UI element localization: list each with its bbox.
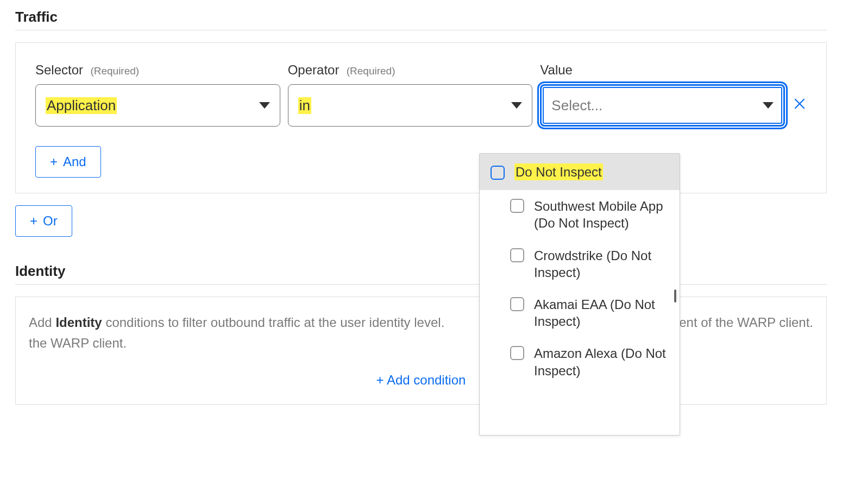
option-label: Crowdstrike (Do Not Inspect) bbox=[534, 247, 669, 281]
dropdown-option[interactable]: Do Not Inspect bbox=[480, 154, 680, 190]
checkbox[interactable] bbox=[510, 199, 524, 213]
identity-description: Add Identity conditions to filter outbou… bbox=[29, 312, 813, 354]
dropdown-option[interactable]: Southwest Mobile App (Do Not Inspect) bbox=[480, 190, 680, 239]
checkbox[interactable] bbox=[510, 297, 524, 311]
selector-value: Application bbox=[46, 97, 117, 114]
option-label: Amazon Alexa (Do Not Inspect) bbox=[534, 345, 669, 379]
traffic-divider bbox=[15, 30, 827, 30]
value-select[interactable]: Select... bbox=[540, 84, 785, 127]
plus-icon: + bbox=[30, 213, 37, 229]
value-label: Value bbox=[540, 62, 785, 78]
checkbox[interactable] bbox=[510, 248, 524, 262]
traffic-panel: Selector (Required) Application Operator… bbox=[15, 42, 827, 193]
operator-label: Operator (Required) bbox=[288, 62, 533, 78]
value-placeholder: Select... bbox=[551, 97, 602, 114]
dropdown-option[interactable]: Akamai EAA (Do Not Inspect) bbox=[480, 288, 680, 337]
checkbox[interactable] bbox=[510, 346, 524, 360]
checkbox[interactable] bbox=[491, 166, 505, 180]
scrollbar[interactable] bbox=[674, 289, 676, 303]
add-and-button[interactable]: + And bbox=[35, 146, 101, 178]
plus-icon: + bbox=[50, 154, 58, 169]
operator-select[interactable]: in bbox=[288, 84, 533, 127]
value-dropdown[interactable]: Do Not Inspect Southwest Mobile App (Do … bbox=[479, 153, 680, 405]
identity-divider bbox=[15, 284, 827, 285]
identity-title: Identity bbox=[15, 263, 827, 280]
chevron-down-icon bbox=[763, 102, 774, 109]
dropdown-option[interactable]: Amazon Alexa (Do Not Inspect) bbox=[480, 337, 680, 386]
traffic-title: Traffic bbox=[15, 9, 827, 26]
identity-panel: Add Identity conditions to filter outbou… bbox=[15, 297, 827, 405]
selector-select[interactable]: Application bbox=[35, 84, 280, 127]
chevron-down-icon bbox=[259, 102, 270, 109]
chevron-down-icon bbox=[511, 102, 522, 109]
dropdown-option[interactable]: Crowdstrike (Do Not Inspect) bbox=[480, 240, 680, 288]
remove-condition-button[interactable] bbox=[793, 97, 807, 127]
operator-value: in bbox=[298, 97, 311, 114]
option-label: Akamai EAA (Do Not Inspect) bbox=[534, 296, 669, 330]
add-condition-link[interactable]: + Add condition bbox=[29, 373, 813, 388]
option-label: Do Not Inspect bbox=[514, 163, 603, 180]
selector-label: Selector (Required) bbox=[35, 62, 280, 78]
option-label: Southwest Mobile App (Do Not Inspect) bbox=[534, 198, 669, 231]
add-or-button[interactable]: + Or bbox=[15, 205, 72, 237]
